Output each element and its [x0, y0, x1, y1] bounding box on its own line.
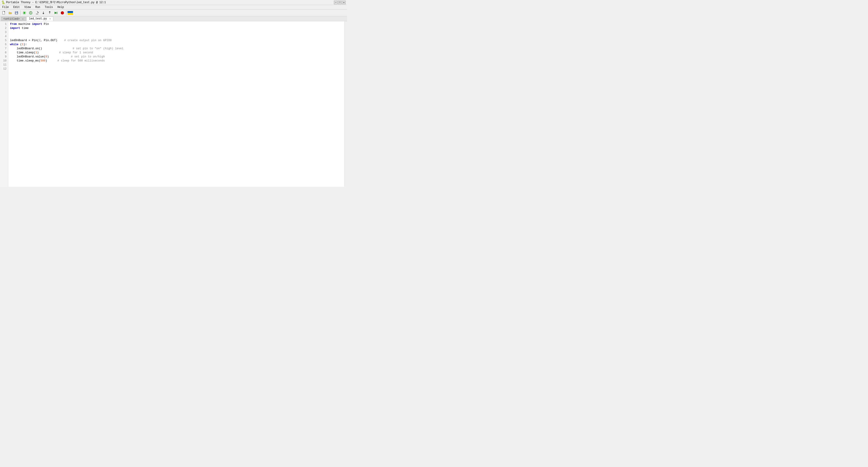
ukraine-flag-icon — [67, 11, 73, 15]
close-button[interactable]: ✕ — [342, 1, 346, 4]
debug-button[interactable] — [28, 10, 34, 16]
svg-marker-13 — [42, 13, 44, 14]
run-button[interactable] — [22, 10, 27, 16]
new-file-button[interactable] — [1, 10, 7, 16]
tab-led-test-close[interactable]: ✕ — [50, 18, 51, 20]
title-text: Portable Thonny - E:\ESP32_学习\MicroPytho… — [6, 0, 106, 4]
tab-led-test[interactable]: led_test.py ✕ — [26, 17, 53, 21]
stop-button[interactable] — [59, 10, 65, 16]
menu-run[interactable]: Run — [34, 5, 41, 9]
title-bar-left: 🐍 Portable Thonny - E:\ESP32_学习\MicroPyt… — [1, 0, 106, 4]
minimize-button[interactable]: — — [334, 1, 338, 4]
tab-untitled-close[interactable]: ✕ — [22, 18, 24, 20]
toolbar-separator-2 — [66, 10, 66, 16]
svg-marker-16 — [55, 12, 57, 14]
menu-edit[interactable]: Edit — [12, 5, 21, 9]
tab-untitled[interactable]: <untitled> ✕ — [1, 17, 26, 21]
title-bar-controls: — □ ✕ — [334, 1, 346, 4]
menu-tools[interactable]: Tools — [43, 5, 54, 9]
svg-point-9 — [31, 13, 31, 14]
step-into-button[interactable] — [40, 10, 46, 16]
menu-file[interactable]: File — [1, 5, 10, 9]
toolbar-separator-1 — [20, 10, 21, 16]
code-editor[interactable]: from machine import Pin import time ledO… — [8, 21, 344, 187]
save-file-button[interactable] — [13, 10, 20, 16]
ukraine-flag-button[interactable] — [67, 10, 73, 16]
tab-led-test-label: led_test.py — [29, 17, 47, 20]
tabs-bar: <untitled> ✕ led_test.py ✕ — [0, 16, 347, 21]
editor-scroll-area[interactable]: 1 2 3 4 5 6 7 8 9 10 11 12 from machine … — [0, 21, 347, 187]
main-container: 🐍 Portable Thonny - E:\ESP32_学习\MicroPyt… — [0, 0, 347, 187]
svg-rect-3 — [16, 11, 17, 12]
tab-untitled-label: <untitled> — [3, 18, 20, 21]
resume-button[interactable] — [53, 10, 59, 16]
menu-help[interactable]: Help — [56, 5, 65, 9]
toolbar — [0, 9, 347, 16]
svg-marker-15 — [49, 11, 51, 12]
line-numbers: 1 2 3 4 5 6 7 8 9 10 11 12 — [0, 21, 8, 187]
app-icon: 🐍 — [1, 0, 5, 4]
open-file-button[interactable] — [7, 10, 13, 16]
vertical-scrollbar[interactable] — [344, 21, 347, 187]
menu-bar: File Edit View Run Tools Help — [0, 5, 347, 9]
editor-wrapper: 1 2 3 4 5 6 7 8 9 10 11 12 from machine … — [0, 21, 347, 187]
svg-point-18 — [61, 11, 64, 14]
menu-view[interactable]: View — [23, 5, 32, 9]
title-bar: 🐍 Portable Thonny - E:\ESP32_学习\MicroPyt… — [0, 0, 347, 5]
step-out-button[interactable] — [47, 10, 53, 16]
editor-area[interactable]: 1 2 3 4 5 6 7 8 9 10 11 12 from machine … — [0, 21, 344, 187]
maximize-button[interactable]: □ — [338, 1, 342, 4]
svg-rect-4 — [16, 13, 18, 14]
step-over-button[interactable] — [34, 10, 40, 16]
